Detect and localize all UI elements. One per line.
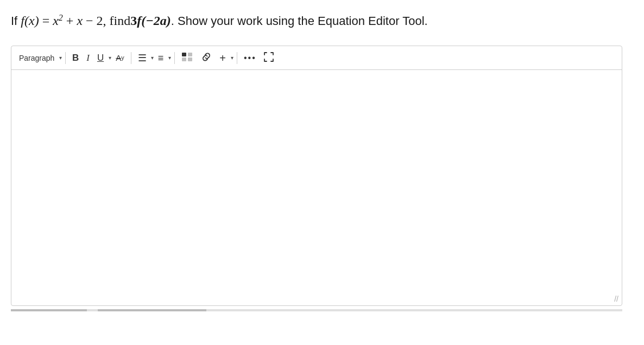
bold-label: B: [72, 53, 79, 62]
add-chevron-icon[interactable]: ▾: [231, 55, 233, 61]
question-prefix: If: [11, 14, 21, 28]
align-group: ☰ ▾: [135, 51, 154, 65]
question-text: If f(x) = x2 + x − 2, find3f(−2a). Show …: [11, 11, 622, 30]
italic-label: I: [86, 53, 90, 62]
link-icon: [201, 52, 212, 64]
question-math-sup: 2: [59, 13, 63, 22]
insert-table-button[interactable]: [178, 50, 197, 66]
fullscreen-button[interactable]: [261, 50, 277, 66]
paragraph-select-wrap[interactable]: Paragraph Heading 1 Heading 2 ▾: [17, 53, 62, 63]
link-button[interactable]: [198, 49, 215, 66]
question-math-plus: +: [63, 14, 77, 28]
progress-segment-2: [98, 309, 206, 311]
font-size-label: A: [116, 54, 121, 62]
add-group: + ▾: [216, 50, 233, 66]
align-chevron-icon[interactable]: ▾: [151, 55, 154, 61]
divider-1: [65, 52, 66, 64]
list-icon: ≡: [158, 53, 164, 63]
question-math: f: [21, 14, 24, 28]
insert-table-icon: [181, 52, 193, 63]
add-icon: +: [219, 53, 226, 63]
svg-rect-3: [188, 58, 192, 61]
toolbar: Paragraph Heading 1 Heading 2 ▾ B I U ▾ …: [11, 46, 622, 70]
bottom-progress-bar: [11, 309, 622, 311]
underline-button[interactable]: U: [94, 51, 107, 65]
divider-4: [237, 52, 237, 64]
underline-chevron-icon[interactable]: ▾: [109, 55, 111, 61]
align-icon: ☰: [138, 53, 146, 63]
list-button[interactable]: ≡: [155, 51, 167, 65]
question-math-x: x: [77, 14, 83, 28]
list-group: ≡ ▾: [155, 51, 172, 65]
question-find-bold: 3: [130, 14, 137, 28]
question-find-expr: (−2a): [141, 14, 171, 28]
question-suffix: . Show your work using the Equation Edit…: [171, 14, 428, 28]
paragraph-chevron-icon: ▾: [59, 55, 62, 61]
align-button[interactable]: ☰: [135, 51, 149, 65]
paragraph-select[interactable]: Paragraph Heading 1 Heading 2: [17, 53, 57, 63]
question-math-minus: − 2, find: [83, 14, 130, 28]
font-size-sub: y: [121, 55, 124, 61]
font-size-button[interactable]: Ay: [112, 52, 128, 64]
divider-3: [174, 52, 175, 64]
more-options-button[interactable]: •••: [241, 52, 260, 65]
underline-group: U ▾: [94, 51, 111, 65]
underline-label: U: [97, 53, 104, 62]
fullscreen-icon: [264, 52, 274, 63]
progress-segment-1: [11, 309, 87, 311]
more-options-icon: •••: [244, 54, 256, 62]
svg-rect-2: [182, 58, 186, 61]
editor-container: Paragraph Heading 1 Heading 2 ▾ B I U ▾ …: [11, 46, 622, 306]
question-math-eq: =: [39, 14, 53, 28]
list-chevron-icon[interactable]: ▾: [168, 55, 171, 61]
resize-handle: //: [614, 295, 618, 303]
divider-2: [131, 52, 131, 64]
italic-button[interactable]: I: [83, 51, 93, 65]
svg-rect-1: [188, 53, 192, 56]
question-math-paren: (x): [24, 14, 39, 28]
bold-button[interactable]: B: [69, 51, 82, 65]
question-math-expr: x: [53, 14, 59, 28]
svg-rect-0: [182, 53, 186, 56]
add-button[interactable]: +: [216, 50, 229, 66]
editor-body[interactable]: //: [11, 70, 622, 305]
